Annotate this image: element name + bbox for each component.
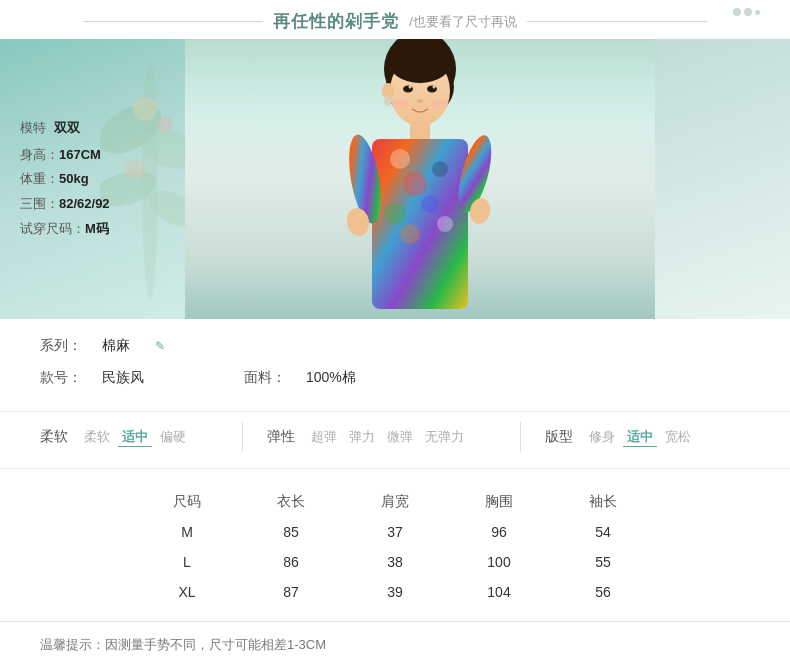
header-title-sub: /也要看了尺寸再说	[409, 13, 517, 31]
svg-point-28	[427, 86, 437, 93]
size-cell-r2-c3: 104	[447, 577, 551, 607]
separator-1	[242, 422, 243, 452]
elasticity-option-3[interactable]: 微弹	[383, 428, 417, 446]
header-dots	[733, 8, 760, 16]
header-title-main: 再任性的剁手党	[273, 10, 399, 33]
model-height-value: 167CM	[59, 147, 101, 162]
fit-option-1[interactable]: 修身	[585, 428, 619, 446]
style-fabric-row: 款号： 民族风 面料： 100%棉	[40, 369, 750, 387]
size-cell-r1-c1: 86	[239, 547, 343, 577]
model-info-panel: 模特 双双 身高：167CM 体重：50kg 三围：82/62/92 试穿尺码：…	[20, 116, 110, 241]
model-size-label: 试穿尺码：	[20, 221, 85, 236]
model-weight-row: 体重：50kg	[20, 168, 110, 193]
left-divider	[83, 21, 263, 22]
elasticity-group: 弹性 超弹 弹力 微弹 无弹力	[267, 428, 468, 446]
tip-section: 温馨提示：因测量手势不同，尺寸可能相差1-3CM	[0, 622, 790, 661]
svg-point-27	[403, 86, 413, 93]
size-table-row: M85379654	[135, 517, 655, 547]
model-size-value: M码	[85, 221, 109, 236]
elasticity-label: 弹性	[267, 428, 295, 446]
svg-point-7	[125, 159, 145, 179]
model-meas-label: 三围：	[20, 196, 59, 211]
size-cell-r1-c2: 38	[343, 547, 447, 577]
svg-point-16	[390, 149, 410, 169]
style-value: 民族风	[102, 369, 144, 387]
series-value: 棉麻	[102, 337, 130, 355]
dot-2	[744, 8, 752, 16]
svg-point-6	[157, 116, 173, 132]
size-cell-r0-c0: M	[135, 517, 239, 547]
svg-point-33	[432, 99, 448, 109]
size-cell-r0-c4: 54	[551, 517, 655, 547]
size-cell-r2-c2: 39	[343, 577, 447, 607]
softness-option-3[interactable]: 偏硬	[156, 428, 190, 446]
dot-3	[755, 10, 760, 15]
svg-rect-15	[372, 139, 468, 309]
softness-option-1[interactable]: 柔软	[80, 428, 114, 446]
tip-text: 温馨提示：因测量手势不同，尺寸可能相差1-3CM	[40, 637, 326, 652]
header-banner: 再任性的剁手党 /也要看了尺寸再说	[0, 0, 790, 39]
svg-point-31	[417, 99, 423, 103]
model-meas-value: 82/62/92	[59, 196, 110, 211]
size-cell-r2-c0: XL	[135, 577, 239, 607]
size-cell-r2-c4: 56	[551, 577, 655, 607]
product-info-section: 系列： 棉麻 ✎ 款号： 民族风 面料： 100%棉	[0, 319, 790, 412]
fabric-label: 面料：	[244, 369, 286, 387]
model-weight-label: 体重：	[20, 172, 59, 187]
model-size-row: 试穿尺码：M码	[20, 217, 110, 242]
softness-group: 柔软 柔软 适中 偏硬	[40, 428, 190, 447]
separator-2	[520, 422, 521, 452]
elasticity-option-2[interactable]: 弹力	[345, 428, 379, 446]
attrs-row: 柔软 柔软 适中 偏硬 弹性 超弹 弹力 微弹 无弹力 版型 修身 适中 宽松	[40, 422, 750, 452]
fashion-figure-svg	[300, 39, 540, 319]
svg-point-18	[403, 172, 427, 196]
fit-option-3[interactable]: 宽松	[661, 428, 695, 446]
fit-group: 版型 修身 适中 宽松	[545, 428, 695, 447]
model-name-value: 双双	[54, 116, 80, 141]
svg-point-30	[433, 86, 436, 89]
model-name-label: 模特	[20, 116, 46, 141]
series-row: 系列： 棉麻 ✎	[40, 337, 750, 355]
fit-option-2-selected[interactable]: 适中	[623, 428, 657, 447]
style-label: 款号：	[40, 369, 82, 387]
size-cell-r0-c2: 37	[343, 517, 447, 547]
dot-1	[733, 8, 741, 16]
sleeve-col-header: 袖长	[551, 487, 655, 517]
size-cell-r1-c3: 100	[447, 547, 551, 577]
model-height-label: 身高：	[20, 147, 59, 162]
header-line: 再任性的剁手党 /也要看了尺寸再说	[0, 10, 790, 33]
softness-option-2-selected[interactable]: 适中	[118, 428, 152, 447]
model-height-row: 身高：167CM	[20, 143, 110, 168]
svg-point-17	[432, 161, 448, 177]
size-cell-r0-c1: 85	[239, 517, 343, 547]
right-divider	[527, 21, 707, 22]
attributes-section: 柔软 柔软 适中 偏硬 弹性 超弹 弹力 微弹 无弹力 版型 修身 适中 宽松	[0, 412, 790, 469]
svg-point-19	[421, 195, 439, 213]
size-col-header: 尺码	[135, 487, 239, 517]
size-table-header-row: 尺码 衣长 肩宽 胸围 袖长	[135, 487, 655, 517]
svg-point-5	[133, 97, 157, 121]
svg-point-21	[437, 216, 453, 232]
shoulder-col-header: 肩宽	[343, 487, 447, 517]
size-cell-r0-c3: 96	[447, 517, 551, 547]
chest-col-header: 胸围	[447, 487, 551, 517]
elasticity-option-4[interactable]: 无弹力	[421, 428, 468, 446]
size-table-row: XL873910456	[135, 577, 655, 607]
size-cell-r1-c4: 55	[551, 547, 655, 577]
size-cell-r1-c0: L	[135, 547, 239, 577]
hero-photo-area	[185, 39, 655, 319]
hero-right-bg	[650, 39, 790, 319]
svg-point-11	[388, 39, 452, 83]
edit-icon[interactable]: ✎	[155, 339, 165, 353]
svg-point-20	[384, 203, 406, 225]
length-col-header: 衣长	[239, 487, 343, 517]
elasticity-option-1[interactable]: 超弹	[307, 428, 341, 446]
model-measurements-row: 三围：82/62/92	[20, 192, 110, 217]
size-cell-r2-c1: 87	[239, 577, 343, 607]
series-label: 系列：	[40, 337, 82, 355]
svg-point-32	[392, 99, 408, 109]
size-table: 尺码 衣长 肩宽 胸围 袖长 M85379654L863810055XL8739…	[135, 487, 655, 607]
hero-section: 模特 双双 身高：167CM 体重：50kg 三围：82/62/92 试穿尺码：…	[0, 39, 790, 319]
size-section: 尺码 衣长 肩宽 胸围 袖长 M85379654L863810055XL8739…	[0, 469, 790, 622]
svg-point-29	[409, 86, 412, 89]
